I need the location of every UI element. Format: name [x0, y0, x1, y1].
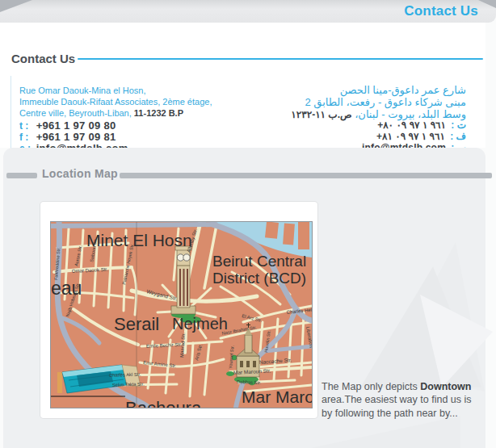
- nav-contact-us-link[interactable]: Contact Us: [404, 3, 478, 19]
- fax-value: +٩٦١ ١ ٩٧ ٠٩ ٨١: [376, 131, 445, 142]
- title-rule: [78, 58, 483, 60]
- phone-value: +961 1 97 09 80: [36, 119, 116, 132]
- map-card: Omar Daouk Str.Aurore Str.Saiboon Str.Fa…: [40, 202, 317, 418]
- corner-accent-left: [0, 0, 32, 12]
- svg-text:Debbas Str.: Debbas Str.: [237, 379, 262, 385]
- map-description: The Map only depicts Downtown area.The e…: [322, 380, 485, 421]
- svg-text:Serail: Serail: [114, 314, 159, 334]
- address-line: وسط البلد، بيروت - لبنان،: [355, 108, 466, 120]
- top-nav-bar: Contact Us: [0, 0, 496, 23]
- fax-label: ف :: [450, 131, 466, 142]
- phone-label: t :: [19, 120, 33, 132]
- description-bold: Downtown: [420, 381, 471, 392]
- beirut-downtown-map: Omar Daouk Str.Aurore Str.Saiboon Str.Fa…: [50, 221, 313, 408]
- address-english: Rue Omar Daouk-Mina el Hosn, Immeuble Da…: [19, 85, 212, 119]
- address-line: Immeuble Daouk-Rifaat Associates, 2ème é…: [19, 97, 212, 107]
- section-bar-right: [120, 173, 492, 178]
- po-box: 11-1232 B.P: [134, 108, 183, 118]
- svg-text:Bachoura: Bachoura: [125, 398, 202, 408]
- location-map-title: Location Map: [42, 167, 118, 180]
- address-line: مبنى شركاء داعوق - رفعت، الطابق 2: [305, 96, 466, 108]
- fax-row: ف : +٩٦١ ١ ٩٧ ٠٩ ٨١: [224, 131, 466, 142]
- svg-text:Nejmeh: Nejmeh: [172, 315, 228, 333]
- svg-text:District (BCD): District (BCD): [212, 270, 306, 287]
- phone-label: ت :: [451, 119, 466, 131]
- fax-value: +961 1 97 09 81: [36, 131, 116, 143]
- svg-text:eau: eau: [51, 278, 82, 299]
- phone-row: ت : +٩٦١ ١ ٩٧ ٠٩ ٨٠: [224, 119, 466, 131]
- description-text: area.The easiest way to find us is by fo…: [322, 394, 472, 419]
- address-line: Rue Omar Daouk-Mina el Hosn,: [19, 86, 146, 95]
- svg-text:Beirut Central: Beirut Central: [212, 253, 306, 270]
- po-box: ص.ب ١١-١٢٣٢: [291, 109, 351, 120]
- address-arabic: شارع عمر داعوق-مينا الحصن مبنى شركاء داع…: [224, 84, 466, 121]
- contact-section-title: Contact Us: [11, 52, 75, 65]
- address-line: Centre ville, Beyrouth-Liban,: [19, 108, 132, 118]
- svg-text:Mar Maroun: Mar Maroun: [242, 387, 312, 406]
- fax-label: f :: [19, 132, 33, 143]
- contact-section: Contact Us Rue Omar Daouk-Mina el Hosn, …: [0, 23, 485, 148]
- fax-row: f : +961 1 97 09 81: [19, 132, 128, 143]
- page: Contact Us Contact Us Rue Omar Daouk-Min…: [0, 0, 496, 448]
- address-line: شارع عمر داعوق-مينا الحصن: [340, 84, 466, 96]
- map-image: Omar Daouk Str.Aurore Str.Saiboon Str.Fa…: [51, 222, 312, 408]
- phone-row: t : +961 1 97 09 80: [19, 120, 128, 132]
- svg-text:Minet El Hosn: Minet El Hosn: [86, 231, 192, 249]
- section-bar-left: [6, 173, 37, 178]
- description-text: The Map only depicts: [322, 381, 420, 392]
- phone-value: +٩٦١ ١ ٩٧ ٠٩ ٨٠: [377, 119, 446, 131]
